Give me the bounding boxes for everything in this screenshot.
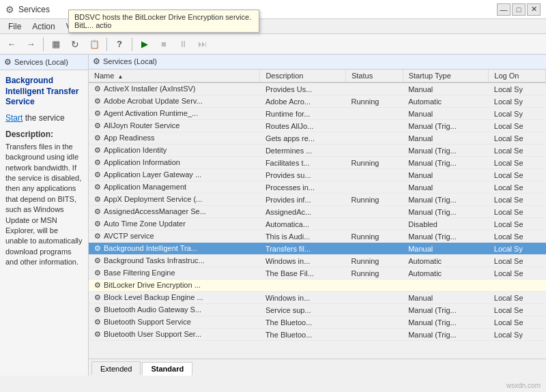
table-row[interactable]: ⚙Application IdentityDetermines ...Manua… [89, 145, 546, 157]
service-description-cell: Provides Us... [260, 82, 346, 95]
sort-arrow-name: ▲ [117, 74, 123, 80]
table-row[interactable]: ⚙AllJoyn Router ServiceRoutes AllJo...Ma… [89, 120, 546, 132]
service-startup-cell [403, 280, 489, 292]
show-hide-button[interactable]: ▦ [47, 36, 65, 52]
service-description-cell: Provides inf... [260, 194, 346, 206]
service-icon: ⚙ [94, 293, 101, 301]
service-logon-cell: Local Sy [489, 108, 546, 120]
back-button[interactable]: ← [3, 36, 20, 52]
table-row[interactable]: ⚙Bluetooth User Support Ser...The Blueto… [89, 329, 546, 341]
table-row[interactable]: ⚙ActiveX Installer (AxInstSV)Provides Us… [89, 82, 546, 95]
pause-button[interactable]: ⏸ [174, 36, 192, 52]
service-name-cell: ⚙AVCTP service [89, 230, 260, 243]
col-logon[interactable]: Log On [489, 70, 546, 82]
toolbar-separator-2 [106, 37, 107, 51]
tab-extended[interactable]: Extended [91, 361, 141, 375]
tab-standard[interactable]: Standard [142, 362, 192, 376]
service-name-cell: ⚙Adobe Acrobat Update Serv... [89, 95, 260, 108]
col-description[interactable]: Description [260, 70, 346, 82]
service-startup-cell: Manual (Trig... [403, 304, 489, 316]
refresh-button[interactable]: ↻ [66, 36, 84, 52]
table-row[interactable]: ⚙AppX Deployment Service (...Provides in… [89, 194, 546, 206]
col-startup[interactable]: Startup Type [403, 70, 489, 82]
forward-button[interactable]: → [22, 36, 40, 52]
service-name-cell: ⚙AssignedAccessManager Se... [89, 206, 260, 218]
right-panel-header: ⚙ Services (Local) [89, 55, 546, 70]
service-status-cell: Running [345, 255, 403, 267]
col-name[interactable]: Name ▲ [89, 70, 260, 82]
table-row[interactable]: ⚙Application Layer Gateway ...Provides s… [89, 169, 546, 181]
restart-button[interactable]: ⏭ [193, 36, 211, 52]
service-logon-cell: Local Se [489, 316, 546, 329]
watermark: wsxdn.com [506, 382, 541, 389]
service-name-cell: ⚙Base Filtering Engine [89, 267, 260, 280]
service-name-cell: ⚙Application Layer Gateway ... [89, 169, 260, 181]
table-row[interactable]: ⚙Application ManagementProcesses in...Ma… [89, 181, 546, 194]
table-row[interactable]: ⚙Bluetooth Audio Gateway S...Service sup… [89, 304, 546, 316]
service-icon: ⚙ [94, 85, 101, 93]
menu-action[interactable]: Action [27, 20, 60, 33]
window-controls: — □ ✕ [497, 3, 541, 16]
start-service-link[interactable]: Start [5, 113, 23, 123]
service-startup-cell: Manual [403, 243, 489, 255]
table-row[interactable]: ⚙Auto Time Zone UpdaterAutomatica...Disa… [89, 218, 546, 230]
service-icon: ⚙ [94, 170, 101, 179]
right-panel-title: Services (Local) [103, 57, 157, 65]
table-row[interactable]: ⚙Application InformationFacilitates t...… [89, 157, 546, 169]
service-status-cell [345, 108, 403, 120]
table-row[interactable]: ⚙Background Intelligent Tra...Transfers … [89, 243, 546, 255]
table-row[interactable]: ⚙AssignedAccessManager Se...AssignedAc..… [89, 206, 546, 218]
maximize-button[interactable]: □ [512, 3, 526, 16]
table-row[interactable]: ⚙Base Filtering EngineThe Base Fil...Run… [89, 267, 546, 280]
service-logon-cell: Local Sy [489, 329, 546, 341]
service-logon-cell: Local Se [489, 145, 546, 157]
service-logon-cell: Local Se [489, 120, 546, 132]
service-startup-cell: Manual (Trig... [403, 329, 489, 341]
service-logon-cell: Local Se [489, 255, 546, 267]
service-icon: ⚙ [94, 195, 101, 203]
service-name-cell: ⚙Bluetooth Audio Gateway S... [89, 304, 260, 316]
service-startup-cell: Automatic [403, 255, 489, 267]
service-startup-cell: Manual (Trig... [403, 230, 489, 243]
service-description-cell: Gets apps re... [260, 132, 346, 145]
service-startup-cell: Manual [403, 82, 489, 95]
table-header-row: Name ▲ Description Status Startup Type [89, 70, 546, 82]
stop-button[interactable]: ■ [155, 36, 173, 52]
service-status-cell [345, 206, 403, 218]
service-name-cell: ⚙App Readiness [89, 132, 260, 145]
service-description-cell: Windows in... [260, 292, 346, 304]
service-startup-cell: Automatic [403, 267, 489, 280]
table-row[interactable]: ⚙Agent Activation Runtime_...Runtime for… [89, 108, 546, 120]
service-icon: ⚙ [94, 121, 101, 130]
toolbar-separator-1 [43, 37, 44, 51]
table-row[interactable]: ⚙App ReadinessGets apps re...ManualLocal… [89, 132, 546, 145]
service-icon: ⚙ [94, 109, 101, 117]
service-startup-cell: Manual (Trig... [403, 316, 489, 329]
service-logon-cell: Local Sy [489, 243, 546, 255]
menu-file[interactable]: File [3, 20, 27, 33]
play-button[interactable]: ▶ [136, 36, 154, 52]
service-name-cell: ⚙Background Tasks Infrastruc... [89, 255, 260, 267]
service-startup-cell: Manual [403, 292, 489, 304]
service-status-cell [345, 243, 403, 255]
service-logon-cell: Local Se [489, 194, 546, 206]
help-button[interactable]: ? [111, 36, 128, 52]
service-description-cell: This is Audi... [260, 230, 346, 243]
col-status[interactable]: Status [345, 70, 403, 82]
minimize-button[interactable]: — [497, 3, 511, 16]
table-row[interactable]: ⚙AVCTP serviceThis is Audi...RunningManu… [89, 230, 546, 243]
table-row[interactable]: ⚙Adobe Acrobat Update Serv...Adobe Acro.… [89, 95, 546, 108]
service-status-cell: Running [345, 194, 403, 206]
service-logon-cell: Local Se [489, 132, 546, 145]
service-status-cell [345, 120, 403, 132]
service-icon: ⚙ [94, 232, 101, 240]
service-status-cell: Running [345, 230, 403, 243]
service-icon: ⚙ [94, 256, 101, 265]
table-row[interactable]: ⚙Bluetooth Support ServiceThe Bluetoo...… [89, 316, 546, 329]
services-table[interactable]: Name ▲ Description Status Startup Type [89, 70, 546, 359]
table-row[interactable]: ⚙Block Level Backup Engine ...Windows in… [89, 292, 546, 304]
table-row[interactable]: ⚙Background Tasks Infrastruc...Windows i… [89, 255, 546, 267]
table-row[interactable]: ⚙BitLocker Drive Encryption ...BDSVC hos… [89, 280, 546, 292]
export-button[interactable]: 📋 [85, 36, 103, 52]
close-button[interactable]: ✕ [527, 3, 541, 16]
